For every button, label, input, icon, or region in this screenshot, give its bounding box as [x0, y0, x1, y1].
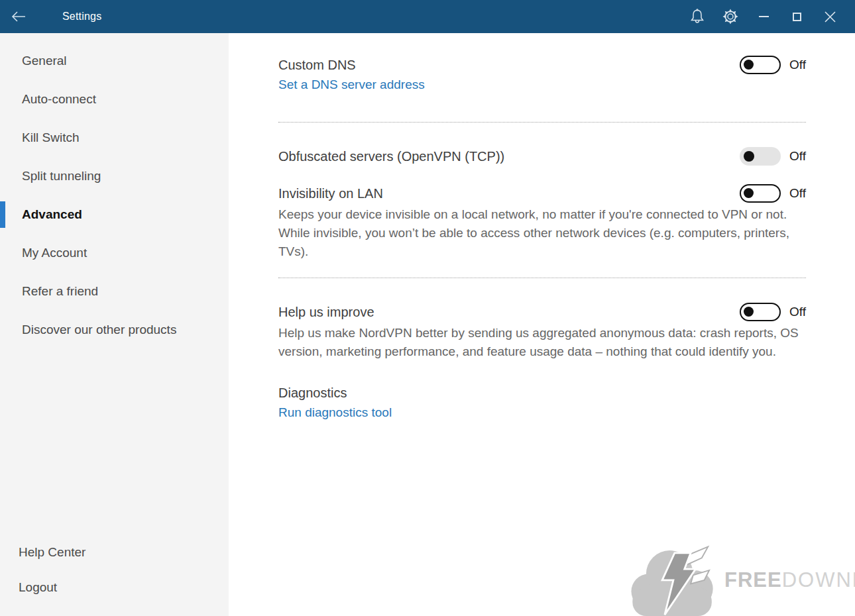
invisibility-lan-toggle[interactable] — [740, 184, 781, 203]
invisibility-lan-title: Invisibility on LAN — [278, 183, 383, 203]
close-button[interactable] — [813, 0, 846, 33]
sidebar-item-discover-products[interactable]: Discover our other products — [0, 311, 229, 349]
notifications-button[interactable] — [681, 0, 714, 33]
back-arrow-icon — [11, 11, 26, 23]
custom-dns-toggle[interactable] — [740, 56, 781, 74]
advanced-settings-panel: Custom DNS Set a DNS server address Off … — [229, 33, 855, 616]
obfuscated-servers-toggle[interactable] — [740, 147, 781, 166]
custom-dns-row: Custom DNS Set a DNS server address Off — [278, 55, 806, 95]
sidebar-item-refer-a-friend[interactable]: Refer a friend — [0, 272, 229, 311]
settings-button[interactable] — [714, 0, 747, 33]
sidebar-item-label: General — [22, 54, 67, 68]
sidebar-item-advanced[interactable]: Advanced — [0, 195, 229, 234]
help-us-improve-description: Help us make NordVPN better by sending u… — [278, 324, 803, 361]
maximize-button[interactable] — [780, 0, 813, 33]
toggle-knob — [744, 151, 754, 162]
sidebar-item-label: Discover our other products — [22, 323, 176, 337]
diagnostics-row: Diagnostics Run diagnostics tool — [278, 383, 806, 423]
help-us-improve-toggle[interactable] — [740, 303, 781, 321]
invisibility-lan-toggle-state: Off — [789, 186, 806, 201]
section-divider — [278, 122, 806, 123]
close-icon — [825, 11, 836, 23]
settings-sidebar: General Auto-connect Kill Switch Split t… — [0, 33, 229, 616]
sidebar-item-split-tunneling[interactable]: Split tunneling — [0, 157, 229, 195]
sidebar-item-label: Refer a friend — [22, 284, 98, 299]
toggle-knob — [744, 307, 754, 317]
obfuscated-servers-toggle-state: Off — [789, 149, 806, 164]
sidebar-item-general[interactable]: General — [0, 42, 229, 80]
sidebar-item-label: Split tunneling — [22, 169, 101, 183]
custom-dns-title: Custom DNS — [278, 55, 425, 75]
toggle-knob — [744, 188, 754, 198]
minimize-icon — [759, 16, 769, 17]
gear-icon — [722, 9, 738, 25]
sidebar-item-label: Logout — [19, 580, 57, 595]
custom-dns-toggle-state: Off — [789, 58, 806, 72]
sidebar-item-label: My Account — [22, 246, 87, 260]
set-dns-link[interactable]: Set a DNS server address — [278, 75, 425, 95]
sidebar-item-auto-connect[interactable]: Auto-connect — [0, 80, 229, 119]
invisibility-lan-description: Keeps your device invisible on a local n… — [278, 205, 803, 261]
titlebar: Settings — [0, 0, 855, 33]
diagnostics-title: Diagnostics — [278, 383, 806, 403]
active-indicator — [0, 201, 5, 228]
run-diagnostics-link[interactable]: Run diagnostics tool — [278, 403, 806, 423]
sidebar-item-my-account[interactable]: My Account — [0, 234, 229, 272]
toggle-knob — [744, 60, 754, 70]
sidebar-item-logout[interactable]: Logout — [0, 570, 229, 605]
obfuscated-servers-row: Obfuscated servers (OpenVPN (TCP)) Off — [278, 146, 806, 166]
invisibility-lan-row: Invisibility on LAN Off — [278, 183, 806, 203]
sidebar-item-help-center[interactable]: Help Center — [0, 535, 229, 570]
help-us-improve-title: Help us improve — [278, 302, 374, 322]
minimize-button[interactable] — [747, 0, 780, 33]
bell-icon — [690, 9, 705, 25]
sidebar-item-label: Auto-connect — [22, 92, 96, 107]
maximize-icon — [793, 13, 801, 21]
sidebar-item-kill-switch[interactable]: Kill Switch — [0, 119, 229, 157]
help-us-improve-row: Help us improve Off — [278, 302, 806, 322]
section-divider — [278, 278, 806, 278]
help-us-improve-toggle-state: Off — [789, 305, 806, 319]
back-button[interactable] — [0, 0, 37, 33]
sidebar-item-label: Advanced — [22, 207, 82, 222]
sidebar-item-label: Help Center — [19, 545, 86, 560]
obfuscated-servers-title: Obfuscated servers (OpenVPN (TCP)) — [278, 146, 504, 166]
window-title: Settings — [62, 11, 101, 23]
sidebar-item-label: Kill Switch — [22, 130, 80, 145]
